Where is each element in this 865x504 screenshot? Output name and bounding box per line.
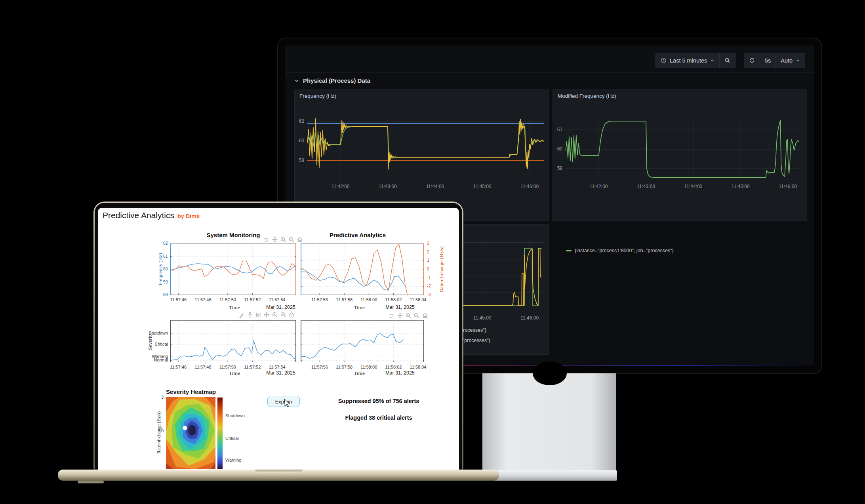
datatips-icon[interactable] <box>255 312 261 318</box>
legend-color-green <box>566 250 572 251</box>
heatmap-ylabel: Rate-of-change (Hz/s) <box>156 405 162 460</box>
xlabel-time: Time <box>339 370 379 377</box>
zoom-in-icon[interactable] <box>272 312 278 318</box>
tick-label: 11:57:50 <box>210 365 246 369</box>
tick-label: 11:57:58 <box>326 297 362 302</box>
chevron-down-icon <box>294 78 299 83</box>
pan-icon[interactable] <box>263 312 270 318</box>
tick-label: 11:57:54 <box>259 297 295 302</box>
tick-label: 11:57:46 <box>160 297 196 302</box>
byline: by Dimii <box>177 213 200 219</box>
clock-icon <box>661 57 667 63</box>
magnifier-minus-icon <box>724 57 730 63</box>
tick-label: 11:58:04 <box>400 297 436 302</box>
tick-label: 11:57:52 <box>234 297 270 302</box>
panel-title[interactable]: Frequency (Hz) <box>299 93 336 99</box>
paintbrush-icon[interactable] <box>247 312 253 318</box>
predictive-analytics-plot[interactable] <box>301 243 424 295</box>
chevron-down-icon <box>710 58 714 63</box>
tick-label: 11:57:48 <box>185 297 221 302</box>
zoom-out-icon[interactable] <box>280 312 286 318</box>
tick-label: 62 <box>144 241 168 245</box>
monitor-stand <box>482 373 616 471</box>
system-monitoring-plot[interactable] <box>170 243 296 295</box>
severity-plot-right[interactable] <box>301 320 424 362</box>
tick-label: -1 <box>427 275 439 280</box>
axes-toolbar <box>389 312 428 319</box>
time-range-label: Last 5 minutes <box>670 57 707 64</box>
section-physical-process-data[interactable]: Physical (Process) Data <box>294 77 370 84</box>
chevron-down-icon <box>796 58 800 63</box>
laptop-lid-scoop <box>255 470 303 473</box>
laptop-bezel: Predictive Analytics by Dimii System Mon… <box>95 203 462 470</box>
laptop-screen: Predictive Analytics by Dimii System Mon… <box>98 208 459 470</box>
tick-label: 0 <box>427 266 439 271</box>
tick-label: 2 <box>427 249 439 254</box>
ylabel-severity: Severity <box>147 314 153 369</box>
laptop-base <box>58 470 499 481</box>
xlabel-time: Time <box>215 370 254 377</box>
pan-icon[interactable] <box>397 312 403 319</box>
ylabel-rate-of-change: Rate-of-change (Hz/s) <box>438 242 445 297</box>
export-icon[interactable] <box>263 236 270 243</box>
axes-toolbar <box>238 312 295 318</box>
plot-title-predictive-analytics: Predictive Analytics <box>296 232 419 238</box>
home-icon[interactable] <box>288 312 295 318</box>
tick-label: 11:57:56 <box>302 297 337 302</box>
refresh-interval-label[interactable]: 5s <box>760 53 775 68</box>
tick-label: 11:58:00 <box>351 365 387 369</box>
ylabel-frequency: Frequency (Hz) <box>157 242 164 297</box>
date-label: Mar 31, 2025 <box>378 304 422 310</box>
tick-label: 11:58:02 <box>375 365 411 369</box>
legend-item[interactable]: {instance="process1:8000", job="processe… <box>566 248 674 253</box>
tick-label: 11:57:48 <box>185 365 221 369</box>
tick-label: 1 <box>427 258 439 262</box>
severity-heatmap-canvas[interactable] <box>166 397 215 469</box>
tick-label: 11:58:00 <box>351 297 387 302</box>
refresh-group: 5s Auto <box>744 53 805 68</box>
export-icon[interactable] <box>389 312 395 319</box>
modified-frequency-chart[interactable] <box>566 118 802 181</box>
tick-label: 61 <box>144 254 168 259</box>
date-label: Mar 31, 2025 <box>259 304 303 310</box>
zoom-out-icon[interactable] <box>288 236 295 243</box>
colorbar-label-shutdown: Shutdown <box>225 413 245 418</box>
laptop: Predictive Analytics by Dimii System Mon… <box>93 202 463 470</box>
tick-label: 11:57:56 <box>302 365 337 369</box>
mouse-cursor-icon <box>284 399 291 407</box>
frequency-chart[interactable] <box>307 118 544 181</box>
pan-icon[interactable] <box>272 236 278 243</box>
time-range-button[interactable]: Last 5 minutes <box>656 53 719 68</box>
suppressed-alerts-banner: Suppressed 95% of 756 alerts <box>322 396 436 406</box>
heatmap-ytick-3: 3 <box>156 395 164 399</box>
tick-label: -3 <box>427 292 439 297</box>
tick-label: 11:58:02 <box>375 297 411 302</box>
refresh-button[interactable] <box>744 53 760 68</box>
zoom-in-icon[interactable] <box>405 312 412 319</box>
axes-toolbar <box>263 236 303 243</box>
tick-label: -2 <box>427 283 439 288</box>
severity-plot-left[interactable] <box>170 320 296 362</box>
zoom-out-time-button[interactable] <box>719 53 735 68</box>
zoom-in-icon[interactable] <box>280 236 286 243</box>
home-icon[interactable] <box>422 312 428 319</box>
panel-title[interactable]: Modified Frequency (Hz) <box>558 93 616 99</box>
zoom-out-icon[interactable] <box>413 312 420 319</box>
tick-label: 11:57:46 <box>160 365 196 369</box>
stand-cable-notch <box>533 361 567 385</box>
date-label: Mar 31, 2025 <box>378 370 422 376</box>
brush-icon[interactable] <box>238 312 245 318</box>
tick-label: 11:57:54 <box>259 365 295 369</box>
tick-label: 11:58:04 <box>400 365 436 369</box>
tick-label: 60 <box>144 266 168 271</box>
colorbar-label-warning: Warning <box>225 458 242 462</box>
colorbar-label-critical: Critical <box>225 436 239 441</box>
explain-button[interactable]: Explain <box>267 396 300 407</box>
heatmap-colorbar <box>217 397 223 469</box>
auto-refresh-dropdown[interactable]: Auto <box>775 53 805 68</box>
monitor-stand-foot <box>493 470 617 481</box>
xlabel-time: Time <box>215 304 254 311</box>
home-icon[interactable] <box>297 236 303 243</box>
xlabel-time: Time <box>339 304 379 311</box>
tick-label: 3 <box>427 241 439 245</box>
